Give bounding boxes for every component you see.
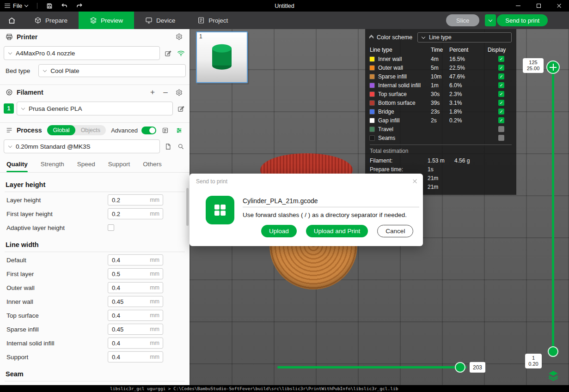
step-slider-track[interactable] (277, 366, 467, 368)
filament-preset-select[interactable]: Prusa Generic PLA (17, 102, 173, 115)
setting-input[interactable]: 0.45mm (108, 296, 163, 307)
filament-settings-button[interactable] (174, 87, 184, 97)
settings-body: Layer heightLayer height0.2mmFirst layer… (0, 173, 190, 381)
display-checkbox[interactable] (498, 65, 504, 71)
save-preset-button[interactable] (163, 141, 173, 151)
redo-button[interactable] (72, 0, 86, 12)
setting-input[interactable]: 0.45mm (108, 324, 163, 335)
compare-presets-button[interactable] (174, 125, 184, 135)
setting-unit: mm (150, 298, 159, 305)
segment-objects[interactable]: Objects (75, 125, 106, 135)
search-settings-button[interactable] (176, 141, 186, 151)
undo-button[interactable] (57, 0, 72, 12)
display-checkbox[interactable] (498, 109, 504, 115)
layer-slider-top-badge: 125 25.00 (523, 58, 544, 73)
remove-filament-button[interactable]: – (161, 88, 170, 97)
setting-row: Top surface0.4mm (0, 308, 190, 322)
filament-spool-icon (6, 89, 13, 96)
line-type-swatch (370, 136, 374, 140)
tab-preview[interactable]: Preview (79, 12, 134, 29)
save-button[interactable] (42, 0, 57, 12)
view-type-select[interactable]: Line type (417, 32, 512, 42)
dialog-close-button[interactable] (412, 178, 417, 185)
scrollbar-thumb[interactable] (186, 188, 189, 226)
display-checkbox[interactable] (498, 82, 504, 88)
layer-bottom-value: 1 (525, 355, 542, 361)
display-checkbox[interactable] (498, 73, 504, 79)
chevron-down-icon (21, 106, 25, 109)
filament-slot-badge[interactable]: 1 (4, 103, 14, 114)
stacked-layers-icon (547, 369, 559, 381)
printer-section-title: Printer (17, 33, 37, 41)
line-type-percent: 2.3% (449, 91, 498, 97)
display-checkbox[interactable] (498, 135, 504, 141)
process-preset-select[interactable]: 0.20mm Standard @MK3S (4, 139, 160, 153)
send-dropdown-button[interactable] (485, 14, 496, 26)
step-slider-handle[interactable] (455, 362, 465, 373)
setting-input[interactable]: 0.2mm (108, 208, 163, 219)
send-split-button: Send to print (485, 14, 548, 26)
printer-preset-select[interactable]: A4MaxPro 0.4 nozzle (4, 46, 160, 60)
column-percent: Percent (449, 47, 488, 53)
wifi-icon (177, 50, 185, 57)
maximize-button[interactable] (528, 0, 549, 12)
bed-type-select[interactable]: Cool Plate (38, 64, 186, 77)
setting-input[interactable]: 0.4mm (108, 254, 163, 265)
layer-slider-bottom-handle[interactable] (548, 346, 558, 357)
tab-project[interactable]: Project (186, 12, 239, 29)
setting-input[interactable]: 0.4mm (108, 338, 163, 349)
layer-slider-top-handle[interactable] (546, 60, 560, 74)
upload-and-print-button[interactable]: Upload and Print (306, 225, 368, 237)
collapse-icon[interactable] (370, 36, 373, 38)
setting-value: 0.5 (112, 271, 150, 277)
process-tab-speed[interactable]: Speed (77, 161, 95, 172)
setting-input[interactable]: 0.5mm (108, 268, 163, 279)
filename-input[interactable] (243, 195, 419, 207)
display-checkbox[interactable] (498, 56, 504, 62)
filament-preset-row: 1 Prusa Generic PLA (0, 100, 190, 117)
estimation-value: 1s (428, 166, 454, 173)
minimize-button[interactable] (508, 0, 528, 12)
layer-slider-track[interactable] (552, 67, 554, 352)
cancel-button[interactable]: Cancel (377, 225, 413, 237)
project-icon (197, 17, 205, 24)
display-checkbox[interactable] (498, 126, 504, 132)
advanced-toggle[interactable] (141, 127, 156, 134)
process-scope-segment: Global Objects (47, 125, 106, 135)
edit-printer-button[interactable] (163, 48, 173, 58)
file-menu[interactable]: File (0, 0, 32, 12)
process-tab-support[interactable]: Support (108, 161, 130, 172)
segment-global[interactable]: Global (47, 125, 75, 135)
display-checkbox[interactable] (498, 117, 504, 123)
upload-button[interactable]: Upload (261, 225, 297, 237)
setting-input[interactable]: 0.4mm (108, 351, 163, 362)
setting-checkbox[interactable] (108, 224, 114, 231)
setting-input[interactable]: 0.4mm (108, 310, 163, 321)
plate-thumbnail[interactable]: 1 (196, 31, 248, 83)
setting-value: 0.45 (112, 298, 150, 305)
layer-view-mode-button[interactable] (547, 369, 559, 381)
printer-preset-value: A4MaxPro 0.4 nozzle (16, 50, 75, 57)
save-icon (46, 3, 53, 9)
plate-index: 1 (199, 33, 202, 40)
tab-device[interactable]: Device (134, 12, 186, 29)
slice-button[interactable]: Slice (446, 14, 479, 26)
edit-filament-button[interactable] (176, 103, 186, 114)
tab-prepare[interactable]: Prepare (23, 12, 79, 29)
home-tab[interactable] (0, 12, 23, 29)
wifi-connection-button[interactable] (176, 48, 186, 58)
setting-input[interactable]: 0.2mm (108, 194, 163, 205)
advanced-label: Advanced (111, 127, 138, 134)
printer-settings-button[interactable] (174, 32, 184, 42)
display-checkbox[interactable] (498, 91, 504, 97)
process-tab-quality[interactable]: Quality (6, 161, 28, 172)
send-to-print-button[interactable]: Send to print (497, 14, 548, 26)
display-checkbox[interactable] (498, 100, 504, 106)
setting-input[interactable]: 0.4mm (108, 282, 163, 293)
process-tab-others[interactable]: Others (143, 161, 162, 172)
add-filament-button[interactable]: + (148, 88, 157, 97)
setting-value: 0.4 (112, 312, 150, 319)
process-tab-strength[interactable]: Strength (41, 161, 64, 172)
parameter-table-button[interactable] (160, 125, 170, 135)
close-button[interactable] (549, 0, 569, 12)
